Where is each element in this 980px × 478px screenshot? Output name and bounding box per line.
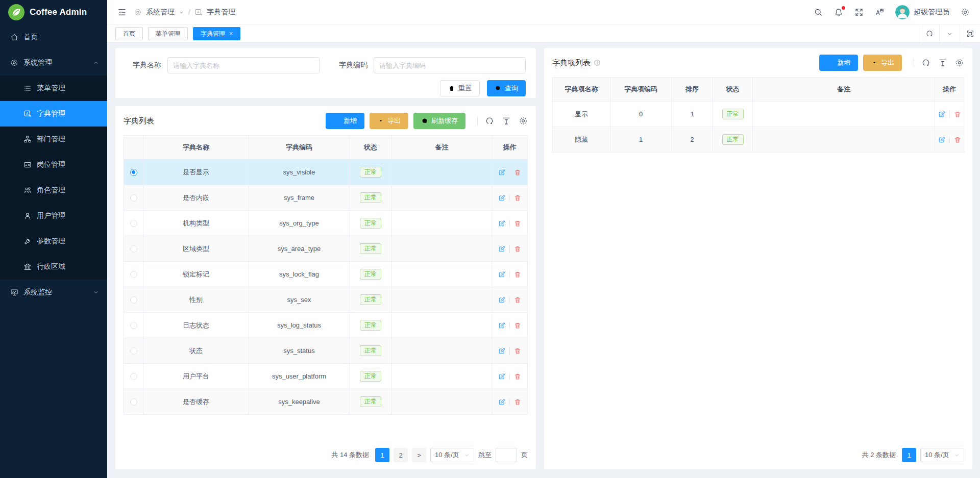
row-radio[interactable] [130, 398, 137, 406]
sidebar-item-system-management[interactable]: 系统管理 [0, 50, 107, 76]
chevron-down-icon [464, 452, 470, 458]
refresh-cache-button[interactable]: 刷新缓存 [413, 113, 465, 129]
edit-icon[interactable] [938, 136, 945, 143]
dict-code-input[interactable] [374, 57, 526, 73]
refresh-icon[interactable] [919, 25, 939, 42]
sidebar-item-home[interactable]: 首页 [0, 24, 107, 50]
sidebar-item-admin-area[interactable]: 行政区域 [0, 254, 107, 280]
tab-dict-management[interactable]: 字典管理 × [193, 27, 240, 40]
delete-icon[interactable] [514, 220, 521, 227]
next-page-button[interactable]: > [412, 448, 426, 462]
search-icon[interactable] [814, 8, 823, 17]
app-logo[interactable]: Coffee Admin [0, 0, 107, 24]
row-height-icon[interactable] [502, 116, 511, 125]
sidebar-item-user-management[interactable]: 用户管理 [0, 203, 107, 229]
tab-menu-management[interactable]: 菜单管理 [148, 27, 188, 40]
table-row[interactable]: 状态 sys_status 正常 [124, 338, 527, 363]
table-row[interactable]: 机构类型 sys_org_type 正常 [124, 210, 527, 236]
delete-icon[interactable] [514, 169, 521, 176]
delete-icon[interactable] [514, 322, 521, 329]
add-dict-item-button[interactable]: 新增 [819, 55, 858, 71]
table-row[interactable]: 是否内嵌 sys_frame 正常 [124, 185, 527, 210]
table-row[interactable]: 日志状态 sys_log_status 正常 [124, 312, 527, 338]
table-row[interactable]: 隐藏 1 2 正常 [553, 127, 964, 152]
chevron-down-icon[interactable] [939, 25, 960, 42]
breadcrumb-root[interactable]: 系统管理 [146, 8, 175, 17]
edit-icon[interactable] [498, 169, 505, 176]
sidebar-item-param-management[interactable]: 参数管理 [0, 229, 107, 254]
page-size-select[interactable]: 10 条/页 [920, 448, 964, 462]
edit-icon[interactable] [498, 245, 505, 253]
refresh-icon[interactable] [485, 116, 494, 125]
dict-item-pagination: 共 2 条数据 1 10 条/页 [552, 443, 964, 462]
edit-icon[interactable] [498, 220, 505, 227]
close-icon[interactable]: × [229, 31, 233, 37]
download-icon [871, 59, 878, 66]
export-dict-button[interactable]: 导出 [370, 113, 408, 129]
export-dict-item-button[interactable]: 导出 [863, 55, 902, 71]
translate-icon[interactable] [875, 8, 884, 17]
edit-icon[interactable] [498, 398, 505, 406]
edit-icon[interactable] [498, 194, 505, 202]
reset-button[interactable]: 重置 [440, 80, 480, 96]
delete-icon[interactable] [954, 111, 961, 118]
row-radio[interactable] [130, 373, 137, 380]
row-radio[interactable] [130, 322, 137, 329]
delete-icon[interactable] [514, 296, 521, 304]
table-row[interactable]: 是否显示 sys_visible 正常 [124, 159, 527, 185]
column-settings-gear-icon[interactable] [519, 116, 528, 125]
edit-icon[interactable] [498, 347, 505, 355]
table-row[interactable]: 显示 0 1 正常 [553, 101, 964, 127]
sidebar-item-dept-management[interactable]: 部门管理 [0, 127, 107, 152]
table-row[interactable]: 性别 sys_sex 正常 [124, 287, 527, 312]
sidebar-item-menu-management[interactable]: 菜单管理 [0, 76, 107, 101]
fullscreen-icon[interactable] [854, 8, 864, 17]
delete-icon[interactable] [514, 347, 521, 355]
jump-page-input[interactable] [496, 448, 517, 462]
sidebar-item-role-management[interactable]: 角色管理 [0, 178, 107, 203]
settings-gear-icon[interactable] [961, 8, 970, 17]
page-button-1[interactable]: 1 [902, 448, 916, 462]
bell-icon[interactable] [834, 8, 843, 17]
dict-item-card: 字典项列表 新增 导出 [544, 48, 972, 469]
edit-icon[interactable] [938, 111, 945, 118]
page-size-select[interactable]: 10 条/页 [430, 448, 474, 462]
delete-icon[interactable] [514, 398, 521, 406]
table-row[interactable]: 用户平台 sys_user_platform 正常 [124, 363, 527, 389]
row-radio[interactable] [130, 220, 137, 227]
query-button[interactable]: 查询 [487, 80, 526, 96]
table-row[interactable]: 是否缓存 sys_keepalive 正常 [124, 389, 527, 414]
edit-icon[interactable] [498, 322, 505, 329]
row-radio[interactable] [130, 169, 137, 176]
row-radio[interactable] [130, 296, 137, 304]
table-row[interactable]: 区域类型 sys_area_type 正常 [124, 236, 527, 261]
sidebar-item-post-management[interactable]: 岗位管理 [0, 152, 107, 178]
add-dict-button[interactable]: 新增 [326, 113, 364, 129]
delete-icon[interactable] [514, 194, 521, 202]
maximize-icon[interactable] [960, 25, 980, 42]
column-settings-gear-icon[interactable] [955, 58, 964, 67]
user-menu[interactable]: 超级管理员 [895, 5, 949, 19]
delete-icon[interactable] [514, 373, 521, 380]
row-radio[interactable] [130, 194, 137, 202]
edit-icon[interactable] [498, 271, 505, 278]
row-height-icon[interactable] [938, 58, 947, 67]
menu-fold-icon[interactable] [117, 8, 127, 17]
delete-icon[interactable] [514, 271, 521, 278]
delete-icon[interactable] [514, 245, 521, 253]
row-radio[interactable] [130, 271, 137, 278]
tab-home[interactable]: 首页 [115, 27, 143, 40]
delete-icon[interactable] [954, 136, 961, 143]
edit-icon[interactable] [498, 296, 505, 304]
sidebar-item-dict-management[interactable]: A 字典管理 [0, 101, 107, 127]
refresh-icon[interactable] [921, 58, 930, 67]
row-radio[interactable] [130, 347, 137, 355]
dictionary-icon: A [23, 110, 32, 118]
page-button-2[interactable]: 2 [394, 448, 408, 462]
table-row[interactable]: 锁定标记 sys_lock_flag 正常 [124, 261, 527, 287]
row-radio[interactable] [130, 245, 137, 253]
dict-name-input[interactable] [167, 57, 320, 73]
page-button-1[interactable]: 1 [375, 448, 389, 462]
sidebar-item-system-monitor[interactable]: 系统监控 [0, 280, 107, 305]
edit-icon[interactable] [498, 373, 505, 380]
